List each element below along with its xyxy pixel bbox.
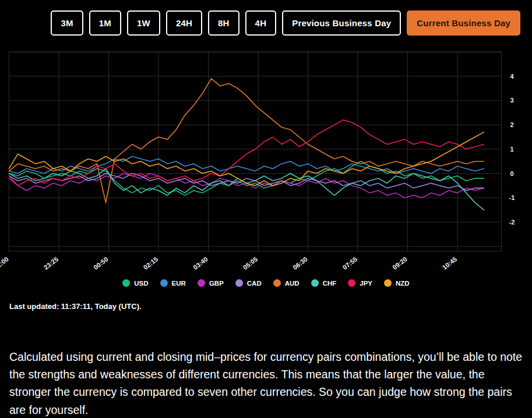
- legend-label-nzd: NZD: [396, 280, 410, 287]
- range-button-1m[interactable]: 1M: [89, 10, 121, 36]
- time-range-toolbar: 3M 1M 1W 24H 8H 4H Previous Business Day…: [0, 0, 532, 36]
- description-text: Calculated using current and closing mid…: [9, 348, 523, 418]
- svg-text:23:25: 23:25: [43, 255, 60, 271]
- svg-text:02:15: 02:15: [142, 255, 160, 271]
- legend-label-cad: CAD: [247, 280, 262, 287]
- legend-item-chf[interactable]: CHF: [311, 279, 337, 287]
- range-button-1w[interactable]: 1W: [127, 10, 160, 36]
- legend-dot-eur: [160, 279, 168, 287]
- legend-dot-nzd: [384, 279, 392, 287]
- legend-label-eur: EUR: [172, 280, 186, 287]
- legend-dot-aud: [273, 279, 281, 287]
- legend-item-eur[interactable]: EUR: [160, 279, 186, 287]
- svg-text:10:45: 10:45: [441, 255, 459, 271]
- legend-dot-cad: [235, 279, 243, 287]
- svg-text:-2: -2: [509, 219, 515, 226]
- legend-item-cad[interactable]: CAD: [235, 279, 262, 287]
- currency-strength-chart: -2-10123422:0023:2500:5002:1503:4005:050…: [8, 50, 524, 271]
- svg-text:-1: -1: [509, 194, 515, 201]
- legend-item-nzd[interactable]: NZD: [384, 279, 410, 287]
- last-updated-text: Last updated: 11:37:11, Today (UTC).: [9, 302, 532, 311]
- legend-item-gbp[interactable]: GBP: [198, 279, 224, 287]
- range-button-8h[interactable]: 8H: [208, 10, 239, 36]
- svg-text:07:55: 07:55: [341, 255, 359, 271]
- chart-canvas: -2-10123422:0023:2500:5002:1503:4005:050…: [8, 50, 524, 271]
- legend-dot-jpy: [348, 279, 355, 287]
- svg-text:03:40: 03:40: [192, 255, 209, 271]
- svg-text:3: 3: [510, 97, 513, 104]
- svg-text:1: 1: [510, 146, 513, 153]
- legend-dot-usd: [122, 279, 130, 287]
- legend-label-jpy: JPY: [360, 280, 372, 287]
- legend-label-aud: AUD: [285, 280, 300, 287]
- svg-text:09:20: 09:20: [391, 255, 408, 271]
- legend-item-usd[interactable]: USD: [122, 279, 148, 287]
- svg-text:22:00: 22:00: [0, 255, 10, 271]
- svg-text:4: 4: [510, 73, 514, 80]
- current-business-day-button[interactable]: Current Business Day: [407, 10, 520, 36]
- svg-text:05:05: 05:05: [242, 255, 259, 271]
- range-button-4h[interactable]: 4H: [245, 10, 277, 36]
- legend-label-gbp: GBP: [209, 280, 224, 287]
- legend-dot-chf: [311, 279, 319, 287]
- svg-text:2: 2: [510, 121, 513, 128]
- legend-item-jpy[interactable]: JPY: [348, 279, 372, 287]
- previous-business-day-button[interactable]: Previous Business Day: [282, 10, 401, 36]
- svg-text:06:30: 06:30: [291, 255, 309, 271]
- legend-dot-gbp: [198, 279, 205, 287]
- legend-label-chf: CHF: [323, 280, 337, 287]
- currency-strength-page: 3M 1M 1W 24H 8H 4H Previous Business Day…: [0, 0, 532, 418]
- range-button-3m[interactable]: 3M: [51, 10, 83, 36]
- svg-text:00:50: 00:50: [92, 255, 110, 271]
- legend-label-usd: USD: [134, 280, 148, 287]
- legend-item-aud[interactable]: AUD: [273, 279, 300, 287]
- range-button-24h[interactable]: 24H: [166, 10, 202, 36]
- chart-legend: USD EUR GBP CAD AUD CHF JPY NZD: [0, 279, 532, 287]
- svg-text:0: 0: [510, 170, 513, 177]
